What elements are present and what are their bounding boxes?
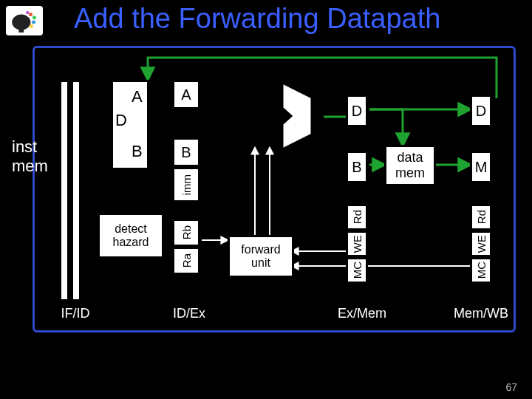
exmem-B-label: B	[352, 159, 361, 176]
svg-point-1	[29, 13, 33, 16]
idex-Rb: Rb	[172, 219, 200, 247]
svg-point-4	[30, 24, 33, 28]
regfile-port-B: B	[132, 142, 143, 161]
exmem-Rd: Rd	[346, 204, 368, 231]
regfile-port-D: D	[115, 111, 127, 130]
idex-A: A	[172, 80, 200, 109]
memwb-M-label: M	[475, 159, 488, 176]
alu-shape	[281, 81, 327, 151]
ifid-reg-bar2	[71, 80, 81, 301]
memwb-MC-label: MC	[475, 262, 488, 279]
data-mem-box: data mem	[384, 145, 436, 186]
svg-point-3	[32, 21, 35, 24]
memwb-WE: WE	[470, 231, 492, 257]
memwb-Rd-label: Rd	[475, 210, 488, 224]
exmem-WE: WE	[346, 231, 368, 257]
exmem-MC: MC	[346, 257, 368, 284]
svg-point-5	[26, 11, 29, 14]
brain-icon	[6, 6, 43, 35]
memwb-M: M	[470, 151, 492, 183]
idex-Ra: Ra	[172, 247, 200, 275]
forward-unit-box: forward unit	[228, 235, 294, 278]
forward-unit-l1: forward	[241, 243, 280, 256]
inst-mem-line2: mem	[12, 157, 48, 175]
page-title: Add the Forwarding Datapath	[74, 3, 440, 35]
svg-point-2	[33, 16, 36, 19]
idex-Ra-label: Ra	[180, 253, 193, 267]
data-mem-l2: mem	[395, 166, 425, 180]
memwb-D-label: D	[476, 103, 486, 120]
memwb-MC: MC	[470, 257, 492, 284]
exmem-Rd-label: Rd	[351, 210, 364, 224]
inst-mem-label: inst mem	[12, 137, 48, 176]
idex-imm-label: imm	[180, 174, 193, 195]
idex-B: B	[172, 137, 200, 167]
idex-A-label: A	[181, 86, 191, 103]
memwb-Rd: Rd	[470, 204, 492, 231]
exmem-D-label: D	[352, 103, 362, 120]
data-mem-l1: data	[397, 150, 423, 165]
forward-unit-l2: unit	[251, 256, 270, 269]
memwb-D: D	[470, 95, 492, 127]
memwb-WE-label: WE	[475, 235, 488, 253]
exmem-WE-label: WE	[351, 235, 364, 253]
pipeline-border	[33, 46, 516, 332]
inst-mem-line1: inst	[12, 137, 37, 156]
regfile-port-A: A	[132, 87, 143, 106]
page-number: 67	[505, 381, 517, 393]
detect-hazard-box: detect hazard	[98, 213, 164, 259]
stage-ifid: IF/ID	[53, 306, 98, 321]
stage-idex: ID/Ex	[167, 306, 211, 321]
exmem-B: B	[346, 151, 368, 183]
idex-B-label: B	[181, 144, 191, 161]
idex-Rb-label: Rb	[180, 225, 193, 239]
stage-exmem: Ex/Mem	[332, 306, 392, 321]
idex-imm: imm	[172, 167, 200, 202]
svg-rect-6	[18, 30, 24, 33]
stage-memwb: Mem/WB	[448, 306, 514, 321]
svg-point-0	[12, 15, 30, 30]
detect-hazard-l1: detect	[115, 222, 147, 235]
exmem-MC-label: MC	[351, 262, 364, 279]
svg-marker-7	[282, 83, 312, 149]
ifid-reg-bar1	[59, 80, 69, 301]
exmem-D: D	[346, 95, 368, 127]
detect-hazard-l2: hazard	[113, 236, 149, 248]
